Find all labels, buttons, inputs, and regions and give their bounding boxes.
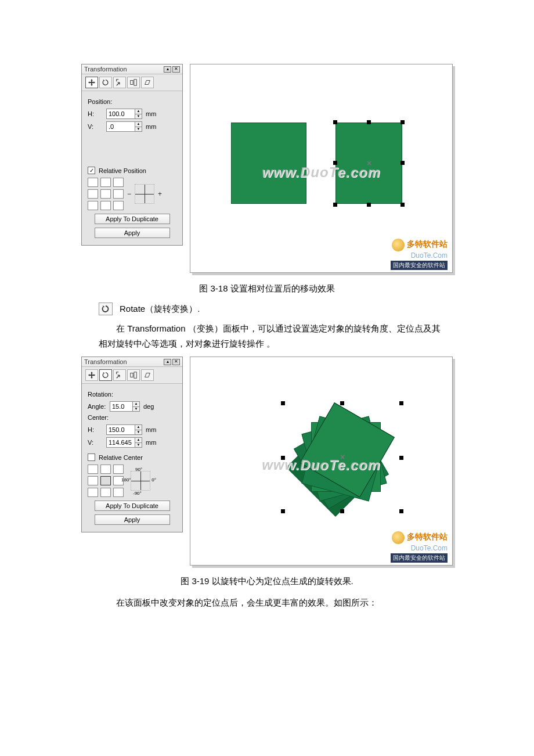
canvas-preview-rotation: × www.DuoTe.com 多特软件站 DuoTe.Com 国内最安全的软件… <box>190 357 453 566</box>
close-icon[interactable]: ✕ <box>172 66 180 73</box>
stepper-down-icon[interactable]: ▼ <box>135 430 142 435</box>
center-h-spinner[interactable]: ▲▼ <box>106 424 142 435</box>
anchor-mc[interactable] <box>100 189 111 199</box>
close-icon[interactable]: ✕ <box>172 359 180 365</box>
center-v-row: V: ▲▼ mm <box>88 437 176 448</box>
center-v-spinner[interactable]: ▲▼ <box>106 437 142 448</box>
stepper-up-icon[interactable]: ▲ <box>135 425 142 430</box>
center-marker-icon: × <box>340 452 345 462</box>
anchor-bc[interactable] <box>100 201 111 210</box>
handle-ml[interactable] <box>281 456 285 460</box>
anchor-ml[interactable] <box>88 476 98 485</box>
svg-rect-2 <box>131 373 133 377</box>
anchor-br[interactable] <box>113 488 124 497</box>
stepper-up-icon[interactable]: ▲ <box>133 402 139 407</box>
relative-position-checkbox[interactable]: ✓ <box>88 167 95 174</box>
handle-tr[interactable] <box>400 120 405 124</box>
panel-title-text: Transformation <box>84 66 163 73</box>
h-input[interactable] <box>106 109 135 119</box>
center-h-unit: mm <box>146 426 156 433</box>
skew-tool-icon[interactable] <box>141 369 154 381</box>
scale-tool-icon[interactable] <box>113 77 126 88</box>
handle-br[interactable] <box>399 509 403 513</box>
panel-titlebar: Transformation ▴ ✕ <box>82 64 182 74</box>
anchor-ml[interactable] <box>88 189 98 199</box>
anchor-tl[interactable] <box>88 465 98 474</box>
stepper-down-icon[interactable]: ▼ <box>135 114 142 119</box>
relative-position-label: Relative Position <box>99 167 146 174</box>
collapse-icon[interactable]: ▴ <box>164 359 171 365</box>
rotate-paragraph-2: 在该面板中改变对象的定位点后，会生成更丰富的效果。如图所示： <box>99 595 447 610</box>
stepper-down-icon[interactable]: ▼ <box>135 127 142 132</box>
anchor-tr[interactable] <box>113 178 124 187</box>
handle-bc[interactable] <box>340 509 344 513</box>
stepper-down-icon[interactable]: ▼ <box>135 443 142 448</box>
h-label: H: <box>88 110 104 117</box>
position-tool-icon[interactable] <box>85 369 98 381</box>
handle-tc[interactable] <box>367 120 371 124</box>
anchor-tc[interactable] <box>100 178 111 187</box>
handle-mr[interactable] <box>400 161 405 165</box>
handle-tr[interactable] <box>399 401 403 405</box>
rotate-tool-icon[interactable] <box>99 369 112 381</box>
position-tool-icon[interactable] <box>85 77 98 88</box>
transform-toolbar <box>82 367 182 384</box>
handle-bc[interactable] <box>367 203 371 207</box>
h-row: H: ▲▼ mm <box>88 109 176 119</box>
v-input[interactable] <box>106 121 135 132</box>
rect-original <box>231 123 306 204</box>
v-spinner[interactable]: ▲▼ <box>106 121 142 132</box>
h-spinner[interactable]: ▲▼ <box>106 109 142 119</box>
apply-button[interactable]: Apply <box>95 228 170 238</box>
stepper-up-icon[interactable]: ▲ <box>135 122 142 127</box>
relative-position-row[interactable]: ✓ Relative Position <box>88 167 176 174</box>
anchor-grid[interactable] <box>88 178 124 210</box>
anchor-tc[interactable] <box>100 465 111 474</box>
size-tool-icon[interactable] <box>127 369 140 381</box>
anchor-br[interactable] <box>113 201 124 210</box>
handle-tl[interactable] <box>333 120 337 124</box>
panel-body: Rotation: Angle: ▲▼ deg Center: H: ▲▼ mm <box>82 384 182 532</box>
anchor-bl[interactable] <box>88 201 98 210</box>
handle-tc[interactable] <box>340 401 344 405</box>
brand-cn: 多特软件站 <box>407 532 448 541</box>
collapse-icon[interactable]: ▴ <box>164 66 171 73</box>
anchor-tl[interactable] <box>88 178 98 187</box>
scale-tool-icon[interactable] <box>113 369 126 381</box>
handle-bl[interactable] <box>281 509 285 513</box>
apply-to-duplicate-button[interactable]: Apply To Duplicate <box>95 214 170 224</box>
angle-spinner[interactable]: ▲▼ <box>110 401 140 412</box>
center-h-input[interactable] <box>106 424 135 435</box>
brand-en: DuoTe.Com <box>391 544 448 552</box>
v-row: V: ▲▼ mm <box>88 121 176 132</box>
panel-body: Position: H: ▲▼ mm V: ▲▼ mm ✓ <box>82 91 182 245</box>
handle-tl[interactable] <box>281 401 285 405</box>
stepper-down-icon[interactable]: ▼ <box>133 407 139 412</box>
handle-bl[interactable] <box>333 203 337 207</box>
stepper-up-icon[interactable]: ▲ <box>135 438 142 443</box>
axis-right-label: 0° <box>151 477 156 483</box>
stepper-up-icon[interactable]: ▲ <box>135 109 142 114</box>
skew-tool-icon[interactable] <box>141 77 154 88</box>
angle-input[interactable] <box>110 401 133 412</box>
center-v-input[interactable] <box>106 437 135 448</box>
handle-ml[interactable] <box>333 161 337 165</box>
v-label: V: <box>88 123 104 130</box>
anchor-bc[interactable] <box>100 488 111 497</box>
rotate-tool-icon[interactable] <box>99 77 112 88</box>
handle-mr[interactable] <box>399 456 403 460</box>
anchor-tr[interactable] <box>113 465 124 474</box>
size-tool-icon[interactable] <box>127 77 140 88</box>
anchor-grid[interactable] <box>88 465 124 497</box>
caption-3-19: 图 3-19 以旋转中心为定位点生成的旋转效果. <box>81 576 453 587</box>
figure-3-19: Transformation ▴ ✕ Rotation: Ang <box>81 357 453 566</box>
apply-button[interactable]: Apply <box>95 514 170 525</box>
relative-center-checkbox[interactable] <box>88 453 95 461</box>
anchor-mc[interactable] <box>100 476 111 485</box>
handle-br[interactable] <box>400 203 405 207</box>
figure-3-18: Transformation ▴ ✕ Position: H: <box>81 64 453 273</box>
relative-center-row[interactable]: Relative Center <box>88 453 176 461</box>
apply-to-duplicate-button[interactable]: Apply To Duplicate <box>95 501 170 511</box>
anchor-mr[interactable] <box>113 189 124 199</box>
anchor-bl[interactable] <box>88 488 98 497</box>
